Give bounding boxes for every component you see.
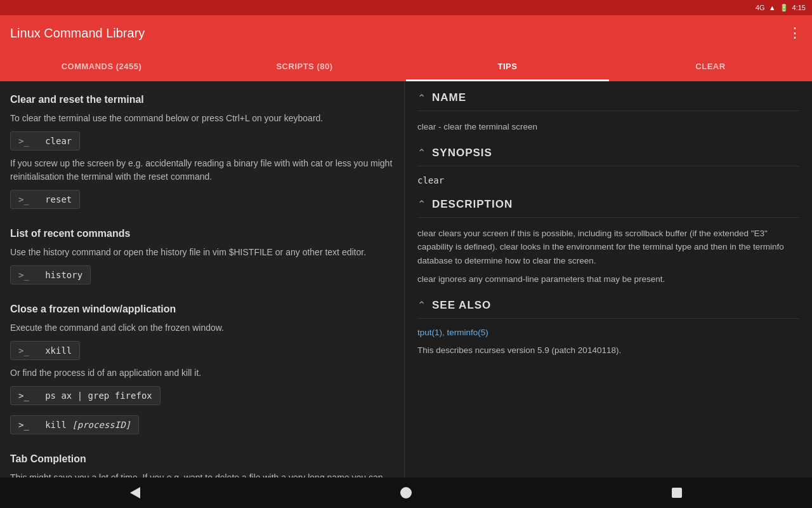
man-page-panel: ⌃ NAME clear - clear the terminal screen…: [405, 81, 812, 478]
back-button[interactable]: [119, 481, 151, 504]
section-title-frozen: Close a frozen window/application: [10, 304, 394, 315]
section-text-history: Use the history command or open the hist…: [10, 246, 394, 259]
man-description-p1: clear clears your screen if this is poss…: [417, 227, 799, 268]
tab-bar: COMMANDS (2455) SCRIPTS (80) TIPS CLEAR: [0, 51, 812, 81]
tips-panel: Clear and reset the terminal To clear th…: [0, 81, 405, 478]
battery-icon: 🔋: [780, 4, 789, 12]
code-clear[interactable]: >_ clear: [10, 131, 80, 150]
back-icon: [130, 487, 140, 498]
man-description-p2: clear ignores any command-line parameter…: [417, 272, 799, 286]
chevron-synopsis-icon[interactable]: ⌃: [417, 147, 426, 159]
overflow-menu-icon[interactable]: ⋮: [788, 25, 802, 41]
divider-name: [417, 110, 799, 111]
recents-button[interactable]: [661, 481, 693, 504]
app-title: Linux Command Library: [10, 26, 145, 41]
section-tab-completion: Tab Completion This might save you a lot…: [10, 453, 394, 478]
code-kill[interactable]: >_ kill [processID]: [10, 415, 139, 434]
app-bar: Linux Command Library ⋮: [0, 15, 812, 51]
man-synopsis-title: SYNOPSIS: [432, 147, 492, 159]
man-synopsis-section: ⌃ SYNOPSIS clear: [417, 147, 799, 185]
home-button[interactable]: [390, 481, 422, 504]
tab-clear[interactable]: CLEAR: [609, 51, 812, 81]
section-text-frozen: Execute the command and click on the fro…: [10, 321, 394, 335]
recents-icon: [672, 488, 682, 498]
section-text-clear: To clear the terminal use the command be…: [10, 112, 394, 125]
section-clear-reset: Clear and reset the terminal To clear th…: [10, 94, 394, 215]
content-area: Clear and reset the terminal To clear th…: [0, 81, 812, 478]
chevron-description-icon[interactable]: ⌃: [417, 198, 426, 210]
section-title-history: List of recent commands: [10, 228, 394, 239]
status-bar: 4G ▲ 🔋 4:15: [0, 0, 812, 15]
section-frozen: Close a frozen window/application Execut…: [10, 304, 394, 441]
divider-description: [417, 217, 799, 218]
tab-scripts[interactable]: SCRIPTS (80): [203, 51, 406, 81]
man-description-title: DESCRIPTION: [432, 198, 513, 211]
bottom-nav: [0, 478, 812, 508]
divider-synopsis: [417, 166, 799, 166]
chevron-seealso-icon[interactable]: ⌃: [417, 299, 426, 311]
man-name-section: ⌃ NAME clear - clear the terminal screen: [417, 91, 799, 134]
man-seealso-title: SEE ALSO: [432, 299, 491, 312]
section-title-clear: Clear and reset the terminal: [10, 94, 394, 105]
signal-icon: 4G: [756, 4, 765, 11]
man-name-title: NAME: [432, 91, 466, 104]
wifi-icon: ▲: [769, 4, 776, 11]
code-ps[interactable]: >_ ps ax | grep firefox: [10, 386, 160, 405]
code-xkill[interactable]: >_ xkill: [10, 341, 80, 360]
home-icon: [400, 487, 412, 498]
man-seealso-link[interactable]: tput(1), terminfo(5): [417, 328, 799, 337]
time-display: 4:15: [792, 4, 806, 11]
code-reset[interactable]: >_ reset: [10, 190, 80, 209]
code-history[interactable]: >_ history: [10, 265, 91, 284]
chevron-name-icon[interactable]: ⌃: [417, 92, 426, 104]
section-text-reset: If you screw up the screen by e.g. accid…: [10, 157, 394, 184]
man-name-content: clear - clear the terminal screen: [417, 120, 799, 134]
man-description-section: ⌃ DESCRIPTION clear clears your screen i…: [417, 198, 799, 286]
section-history: List of recent commands Use the history …: [10, 228, 394, 291]
divider-seealso: [417, 318, 799, 319]
section-text-kill: Or find the process id of an application…: [10, 366, 394, 380]
section-title-tab: Tab Completion: [10, 453, 394, 465]
tab-tips[interactable]: TIPS: [406, 51, 609, 81]
tab-commands[interactable]: COMMANDS (2455): [0, 51, 203, 81]
man-seealso-section: ⌃ SEE ALSO tput(1), terminfo(5) This des…: [417, 299, 799, 358]
man-seealso-footer: This describes ncurses version 5.9 (patc…: [417, 344, 799, 358]
section-text-tab: This might save you a lot of time. If yo…: [10, 471, 394, 478]
man-synopsis-content: clear: [417, 175, 799, 185]
